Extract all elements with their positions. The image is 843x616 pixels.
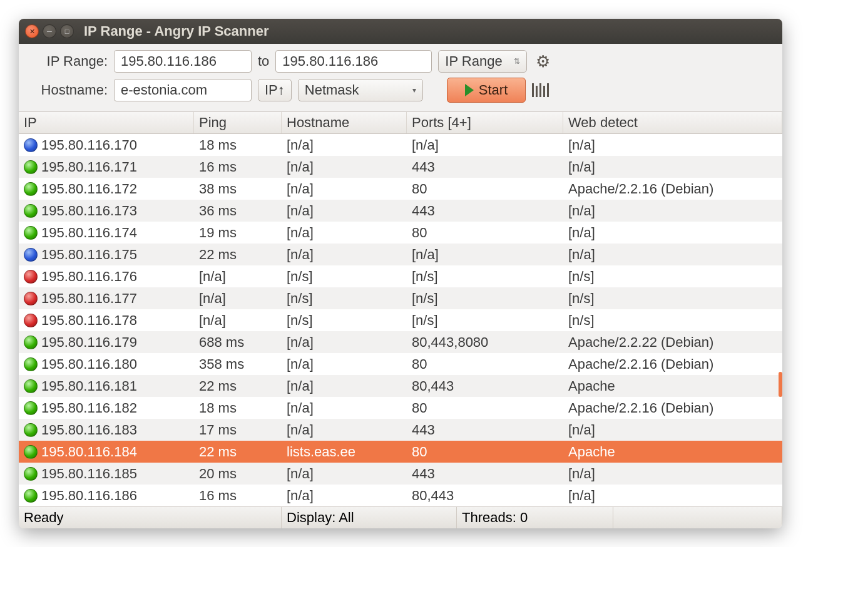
minimize-icon[interactable]: ─ — [43, 24, 56, 38]
table-row[interactable]: 195.80.116.178[n/a][n/s][n/s][n/s] — [19, 309, 782, 331]
table-row[interactable]: 195.80.116.18422 mslists.eas.ee80Apache — [19, 441, 782, 463]
cell-ping: 18 ms — [194, 400, 282, 416]
app-window: ✕ ─ □ IP Range - Angry IP Scanner IP Ran… — [19, 19, 782, 528]
cell-ports: 80,443,8080 — [407, 334, 563, 351]
gear-icon[interactable]: ⚙ — [533, 51, 553, 73]
status-dot-icon — [24, 467, 38, 481]
ip-range-label: IP Range: — [26, 53, 108, 69]
cell-web: [n/a] — [563, 422, 782, 438]
cell-web: Apache/2.2.16 (Debian) — [563, 400, 782, 416]
close-icon[interactable]: ✕ — [25, 24, 39, 38]
cell-ports: 80 — [407, 444, 563, 460]
mode-select[interactable]: IP Range ⇅ — [438, 50, 526, 73]
cell-hostname: [n/a] — [282, 225, 407, 241]
cell-ip: 195.80.116.181 — [41, 378, 137, 394]
cell-ip: 195.80.116.172 — [41, 181, 137, 197]
scrollbar-thumb[interactable] — [779, 372, 782, 397]
cell-hostname: [n/a] — [282, 488, 407, 504]
cell-web: Apache/2.2.16 (Debian) — [563, 356, 782, 372]
cell-hostname: [n/a] — [282, 422, 407, 438]
cell-ports: 443 — [407, 159, 563, 175]
cell-hostname: [n/a] — [282, 247, 407, 263]
cell-hostname: [n/a] — [282, 181, 407, 197]
maximize-icon[interactable]: □ — [60, 24, 74, 38]
chevron-updown-icon: ⇅ — [514, 57, 520, 66]
cell-ip: 195.80.116.176 — [41, 269, 137, 285]
start-button[interactable]: Start — [447, 78, 526, 103]
cell-ip: 195.80.116.182 — [41, 400, 137, 416]
table-row[interactable]: 195.80.116.177[n/a][n/s][n/s][n/s] — [19, 287, 782, 309]
cell-ping: 38 ms — [194, 181, 282, 197]
hostname-input[interactable] — [114, 79, 252, 101]
cell-ports: 443 — [407, 422, 563, 438]
table-row[interactable]: 195.80.116.17522 ms[n/a][n/a][n/a] — [19, 244, 782, 265]
cell-ip: 195.80.116.183 — [41, 422, 137, 438]
status-dot-icon — [24, 423, 38, 437]
table-row[interactable]: 195.80.116.17238 ms[n/a]80Apache/2.2.16 … — [19, 178, 782, 200]
table-row[interactable]: 195.80.116.18218 ms[n/a]80Apache/2.2.16 … — [19, 397, 782, 419]
status-dot-icon — [24, 379, 38, 393]
ip-up-button[interactable]: IP↑ — [258, 79, 292, 101]
cell-web: [n/a] — [563, 159, 782, 175]
ip-from-input[interactable] — [114, 50, 252, 73]
cell-ping: 19 ms — [194, 225, 282, 241]
toolbar: IP Range: to IP Range ⇅ ⚙ Hostname: IP↑ … — [19, 44, 782, 112]
cell-web: [n/a] — [563, 203, 782, 219]
cell-ping: 22 ms — [194, 247, 282, 263]
cell-web: Apache/2.2.16 (Debian) — [563, 181, 782, 197]
window-title: IP Range - Angry IP Scanner — [84, 23, 268, 39]
cell-ip: 195.80.116.185 — [41, 466, 137, 482]
cell-web: Apache/2.2.22 (Debian) — [563, 334, 782, 351]
chevron-down-icon: ▾ — [412, 86, 416, 95]
cell-ping: [n/a] — [194, 312, 282, 329]
table-row[interactable]: 195.80.116.17018 ms[n/a][n/a][n/a] — [19, 134, 782, 156]
col-ping[interactable]: Ping — [194, 112, 282, 133]
cell-ports: 80 — [407, 356, 563, 372]
table-row[interactable]: 195.80.116.179688 ms[n/a]80,443,8080Apac… — [19, 331, 782, 353]
cell-ports: [n/s] — [407, 269, 563, 285]
cell-ip: 195.80.116.174 — [41, 225, 137, 241]
cell-hostname: [n/a] — [282, 466, 407, 482]
cell-web: [n/a] — [563, 137, 782, 153]
ip-up-label: IP↑ — [265, 82, 285, 98]
table-row[interactable]: 195.80.116.18616 ms[n/a]80,443[n/a] — [19, 485, 782, 506]
table-row[interactable]: 195.80.116.17336 ms[n/a]443[n/a] — [19, 200, 782, 222]
table-row[interactable]: 195.80.116.180358 ms[n/a]80Apache/2.2.16… — [19, 353, 782, 375]
to-label: to — [258, 53, 269, 69]
cell-ip: 195.80.116.173 — [41, 203, 137, 219]
status-dot-icon — [24, 314, 38, 327]
table-row[interactable]: 195.80.116.18122 ms[n/a]80,443Apache — [19, 375, 782, 397]
cell-ports: 443 — [407, 203, 563, 219]
ip-to-input[interactable] — [275, 50, 432, 73]
cell-web: [n/a] — [563, 488, 782, 504]
cell-ports: 80,443 — [407, 378, 563, 394]
cell-web: Apache — [563, 444, 782, 460]
cell-ping: 36 ms — [194, 203, 282, 219]
hostname-label: Hostname: — [26, 82, 108, 98]
netmask-select[interactable]: Netmask ▾ — [298, 79, 423, 101]
cell-ports: 80 — [407, 225, 563, 241]
status-dot-icon — [24, 489, 38, 503]
table-row[interactable]: 195.80.116.17419 ms[n/a]80[n/a] — [19, 222, 782, 244]
col-hostname[interactable]: Hostname — [282, 112, 407, 133]
table-row[interactable]: 195.80.116.18520 ms[n/a]443[n/a] — [19, 463, 782, 485]
cell-ip: 195.80.116.184 — [41, 444, 137, 460]
cell-hostname: [n/s] — [282, 312, 407, 329]
cell-web: [n/a] — [563, 466, 782, 482]
cell-ping: 688 ms — [194, 334, 282, 351]
table-row[interactable]: 195.80.116.18317 ms[n/a]443[n/a] — [19, 419, 782, 441]
cell-ip: 195.80.116.179 — [41, 334, 137, 351]
cell-hostname: [n/a] — [282, 378, 407, 394]
columns-icon[interactable] — [532, 83, 549, 97]
status-empty — [613, 507, 782, 528]
col-webdetect[interactable]: Web detect — [563, 112, 782, 133]
col-ports[interactable]: Ports [4+] — [407, 112, 563, 133]
cell-ports: [n/a] — [407, 247, 563, 263]
table-row[interactable]: 195.80.116.17116 ms[n/a]443[n/a] — [19, 156, 782, 178]
cell-ping: 22 ms — [194, 444, 282, 460]
table-row[interactable]: 195.80.116.176[n/a][n/s][n/s][n/s] — [19, 265, 782, 287]
col-ip[interactable]: IP — [19, 112, 194, 133]
cell-ping: [n/a] — [194, 269, 282, 285]
netmask-label: Netmask — [305, 82, 359, 98]
cell-ip: 195.80.116.180 — [41, 356, 137, 372]
